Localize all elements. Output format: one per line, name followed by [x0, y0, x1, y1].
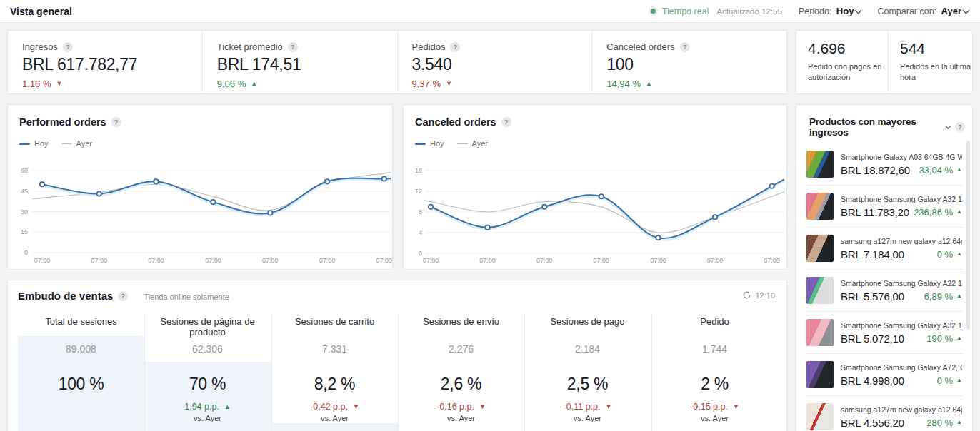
canceled-orders-line-chart[interactable]: 048121607:0007:0007:0007:0007:0007:0007:…: [404, 159, 788, 268]
legend-swatch-hoy: [415, 143, 426, 145]
top-bar: Vista general Tiempo real Actualizado 12…: [0, 0, 980, 23]
realtime-label[interactable]: Tiempo real: [662, 6, 709, 16]
side-kpi-label: Pedidos en la última hora: [900, 61, 980, 83]
product-name: Smartphone Samsung Galaxy A32 12...: [841, 195, 962, 203]
funnel-vs-label: vs. Ayer: [524, 414, 651, 422]
arrow-down-icon: [56, 81, 62, 87]
chart-legend: Hoy Ayer: [404, 128, 786, 148]
kpi-ticket-promedio: Ticket promedio BRL 174,51 9,06 %: [202, 31, 397, 93]
svg-text:07:00: 07:00: [148, 257, 164, 264]
performed-orders-line-chart[interactable]: 01530456007:0007:0007:0007:0007:0007:000…: [8, 159, 394, 268]
svg-text:07:00: 07:00: [91, 257, 108, 264]
funnel-step-count: 1.744: [651, 343, 778, 355]
svg-text:07:00: 07:00: [594, 257, 610, 264]
svg-text:07:00: 07:00: [707, 257, 724, 264]
funnel-step-percent: 2,6 %: [398, 375, 524, 394]
svg-text:07:00: 07:00: [479, 257, 496, 264]
product-revenue: BRL 11.783,20: [841, 206, 909, 218]
product-name: samsung a127m new galaxy a12 64gb...: [841, 405, 962, 414]
kpi-value: BRL 174,51: [217, 55, 397, 74]
kpi-summary-card: Ingresos BRL 617.782,77 1,16 % Ticket pr…: [7, 30, 787, 94]
kpi-delta: 14,94 %: [606, 78, 641, 89]
side-kpi-label: Pedido con pagos en autorización: [808, 61, 888, 83]
chevron-down-icon[interactable]: [945, 123, 951, 129]
side-kpi-card: 4.696 Pedido con pagos en autorización 5…: [796, 30, 973, 94]
svg-text:8: 8: [419, 208, 422, 216]
svg-text:4: 4: [419, 229, 422, 236]
svg-text:45: 45: [21, 188, 28, 195]
product-row[interactable]: Smartphone Samsung Galaxy A32 12... BRL …: [805, 312, 964, 354]
kpi-pedidos: Pedidos 3.540 9,37 %: [397, 31, 592, 93]
help-icon[interactable]: [680, 42, 690, 52]
svg-text:0: 0: [24, 249, 28, 256]
arrow-up-icon: [956, 167, 962, 173]
funnel-step-percent: 8,2 %: [271, 375, 398, 394]
arrow-up-icon: [224, 404, 231, 410]
help-icon[interactable]: [288, 42, 298, 52]
legend-label: Ayer: [472, 139, 488, 148]
funnel-step-count: 89.008: [18, 343, 144, 355]
arrow-down-icon: [446, 81, 452, 87]
arrow-up-icon: [956, 251, 962, 257]
funnel-step-header: Sesiones de envío: [398, 316, 524, 327]
chart-title: Performed orders: [19, 116, 106, 128]
arrow-down-icon: [733, 404, 739, 410]
svg-text:30: 30: [21, 208, 28, 216]
funnel-step-percent: 2 %: [651, 375, 778, 394]
product-delta: 236,86 %: [914, 207, 953, 218]
kpi-label: Canceled orders: [606, 41, 674, 52]
product-row[interactable]: samsung a127m new galaxy a12 64gb... BRL…: [805, 396, 964, 431]
product-row[interactable]: Smartphone Samsung Galaxy A72, C... BRL …: [805, 354, 964, 396]
product-delta: 280 %: [926, 417, 953, 428]
funnel-step-count: 62.306: [144, 343, 271, 355]
product-row[interactable]: samsung a127m new galaxy a12 64gb... BRL…: [805, 228, 964, 270]
help-icon[interactable]: [501, 117, 511, 127]
compare-selector[interactable]: Comparar con: Ayer: [877, 5, 970, 18]
kpi-delta: 9,37 %: [412, 78, 441, 89]
arrow-up-icon: [251, 81, 257, 87]
funnel-fill-bar: [271, 423, 398, 431]
help-icon[interactable]: [955, 122, 965, 132]
product-image: [806, 403, 834, 430]
product-name: samsung a127m new galaxy a12 64gb...: [841, 237, 962, 245]
top-products-panel: Productos con mayores ingresos Smartphon…: [796, 104, 973, 431]
product-revenue: BRL 5.072,10: [841, 333, 904, 345]
funnel-step-count: 2.276: [398, 343, 524, 355]
realtime-status-icon: [651, 9, 656, 14]
kpi-canceled-orders: Canceled orders 100 14,94 %: [591, 31, 786, 93]
compare-value[interactable]: Ayer: [941, 6, 961, 16]
funnel-step-delta: -0,42 p.p.: [310, 402, 348, 412]
kpi-label: Ticket promedio: [217, 41, 283, 52]
product-row[interactable]: Smartphone Galaxy A03 64GB 4G Wi-... BRL…: [805, 143, 964, 186]
product-row[interactable]: Smartphone Samsung Galaxy A22 12... BRL …: [805, 270, 964, 312]
period-selector[interactable]: Periodo: Hoy: [799, 5, 863, 18]
funnel-step-delta: -0,11 p.p.: [564, 402, 601, 412]
svg-text:07:00: 07:00: [34, 257, 51, 264]
legend-swatch-hoy: [19, 143, 30, 145]
svg-text:07:00: 07:00: [319, 257, 336, 264]
help-icon[interactable]: [63, 42, 73, 52]
chevron-down-icon: [855, 6, 862, 14]
kpi-label: Pedidos: [412, 41, 446, 52]
help-icon[interactable]: [111, 117, 121, 127]
product-delta: 190 %: [926, 333, 953, 344]
refresh-button[interactable]: 12:10: [742, 290, 775, 300]
funnel-step-header: Total de sesiones: [18, 316, 144, 327]
period-value[interactable]: Hoy: [836, 6, 854, 16]
svg-text:15: 15: [21, 228, 28, 235]
help-icon[interactable]: [118, 291, 128, 301]
funnel-step-count: 7.331: [271, 343, 398, 355]
refresh-icon: [742, 290, 751, 300]
svg-text:60: 60: [21, 167, 28, 174]
product-row[interactable]: Smartphone Samsung Galaxy A32 12... BRL …: [805, 186, 964, 228]
funnel-step-count: 2.184: [524, 343, 651, 355]
arrow-up-icon: [956, 377, 962, 383]
product-revenue: BRL 4.998,00: [841, 375, 904, 387]
scrollbar-thumb[interactable]: [966, 141, 970, 330]
help-icon[interactable]: [450, 42, 460, 52]
svg-text:07:00: 07:00: [764, 257, 780, 264]
svg-text:07:00: 07:00: [536, 257, 553, 264]
svg-text:0: 0: [419, 250, 422, 257]
product-image: [806, 319, 834, 346]
products-title: Productos con mayores ingresos: [809, 116, 943, 138]
